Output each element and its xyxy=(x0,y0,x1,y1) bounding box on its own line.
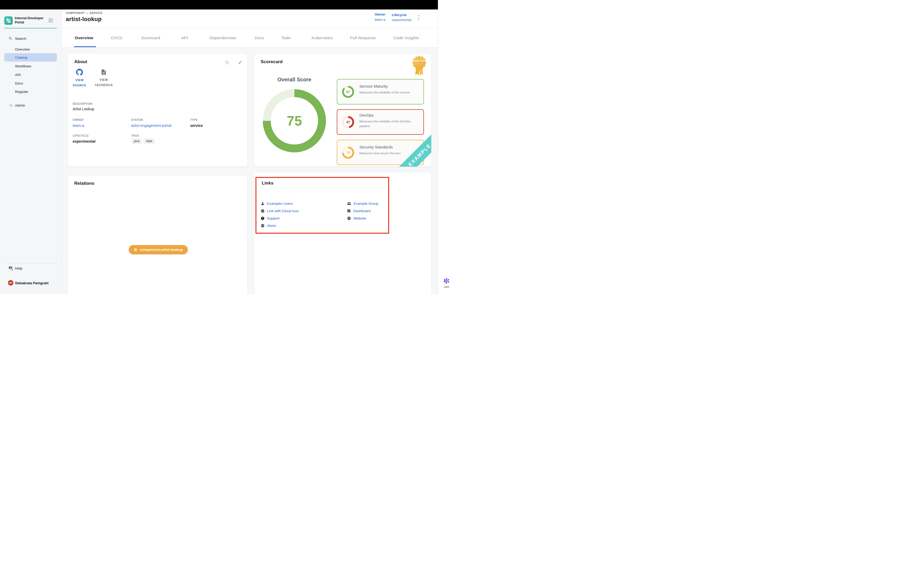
view-techdocs-line2: TECHDOCS xyxy=(92,82,115,88)
sidebar-item-label: Catalog xyxy=(15,55,27,60)
tag-data[interactable]: data xyxy=(144,138,155,144)
type-field-label: TYPE xyxy=(190,118,198,121)
sidebar-item-label: Overview xyxy=(15,47,30,51)
owner-value: team-a xyxy=(375,18,385,22)
sidebar-item-search[interactable]: Search xyxy=(0,35,62,42)
lifecycle-field-value: experimental xyxy=(73,139,95,144)
assistant-rail: AIDA xyxy=(438,0,455,294)
user-avatar[interactable]: DP xyxy=(8,280,13,286)
chip-icon xyxy=(134,248,137,252)
metric-service-maturity[interactable]: 87 Service Maturity Measures the reliabi… xyxy=(337,79,424,105)
about-title: About xyxy=(74,59,87,65)
metric-description: Measures the reliability of the DevOps p… xyxy=(359,119,417,129)
help-chat-icon: ? xyxy=(8,266,13,271)
tab-cicd[interactable]: CI/CD xyxy=(111,28,122,47)
sidebar-item-docs[interactable]: Docs xyxy=(0,80,62,86)
lifecycle-label: Lifecycle xyxy=(392,13,411,17)
help-label: Help xyxy=(15,267,23,270)
user-name[interactable]: Debabrata Panigrahi xyxy=(15,281,48,285)
tab-pull-requests[interactable]: Pull Requests xyxy=(350,28,376,47)
top-window-bar xyxy=(0,0,438,10)
header-owner-chip[interactable]: Owner team-a xyxy=(375,12,385,22)
edit-pencil-icon[interactable] xyxy=(238,60,242,65)
page-title: artist-lookup xyxy=(66,16,102,23)
view-source-button[interactable]: VIEW SOURCE xyxy=(68,69,91,88)
relations-card: Relations component:artist-lookup xyxy=(68,176,247,294)
techdocs-icon xyxy=(100,69,107,75)
tag-java[interactable]: java xyxy=(131,138,142,144)
portal-title: Internal Developer Portal xyxy=(15,16,45,24)
kebab-menu-icon[interactable] xyxy=(417,15,420,22)
type-field-value: service xyxy=(190,123,203,128)
aida-label: AIDA xyxy=(438,286,455,288)
aida-assistant-button[interactable]: AIDA xyxy=(438,277,455,288)
relation-node-label: component:artist-lookup xyxy=(140,248,183,252)
tab-overview[interactable]: Overview xyxy=(75,28,94,47)
relations-title: Relations xyxy=(74,181,95,186)
metric-description: Measures the reliability of this service xyxy=(359,90,417,95)
search-label: Search xyxy=(15,37,26,40)
gold-tier-badge: Gold Tier xyxy=(412,56,426,77)
tab-scorecard[interactable]: Scorecard xyxy=(141,28,160,47)
active-tab-underline xyxy=(74,46,96,47)
entity-kind-overline: COMPONENT — SERVICE xyxy=(66,11,102,15)
lifecycle-value: experimental xyxy=(392,18,411,22)
search-icon xyxy=(8,36,13,40)
metric-name: Security Standards xyxy=(359,145,393,149)
sidebar-item-register[interactable]: Register xyxy=(0,89,62,95)
tab-api[interactable]: API xyxy=(181,28,188,47)
view-techdocs-button[interactable]: VIEW TECHDOCS xyxy=(92,69,115,88)
aida-flower-icon xyxy=(443,277,450,284)
about-card: About VIEW SOURCE VIEW TECHDOCS DESCRIPT… xyxy=(68,54,247,166)
relation-node-component[interactable]: component:artist-lookup xyxy=(129,245,188,254)
lifecycle-field-label: LIFECYCLE xyxy=(73,134,89,137)
scorecard-card: Scorecard Overall Score 75 87 Service Ma… xyxy=(254,54,431,166)
devops-score: 47 xyxy=(342,116,354,128)
gold-tier-label: Gold Tier xyxy=(412,60,426,63)
header-lifecycle-chip[interactable]: Lifecycle experimental xyxy=(392,13,411,22)
sidebar-item-help[interactable]: ? Help xyxy=(0,265,62,271)
admin-label: Admin xyxy=(15,103,25,107)
owner-field-value[interactable]: team-a xyxy=(73,123,84,128)
sidebar-item-overview[interactable]: Overview xyxy=(0,46,62,52)
brand-divider xyxy=(4,28,57,28)
sidebar-item-label: Register xyxy=(15,90,28,94)
overall-score-label: Overall Score xyxy=(278,77,312,82)
apps-grid-icon[interactable] xyxy=(48,18,53,23)
owner-label: Owner xyxy=(375,12,385,16)
security-standards-score: 74 xyxy=(342,147,354,159)
links-highlight-rectangle xyxy=(255,177,389,234)
tab-code-insights[interactable]: Code Insights xyxy=(393,28,419,47)
system-field-value[interactable]: artist-engagement-portal xyxy=(131,123,171,128)
sidebar-item-catalog-selected[interactable]: Catalog xyxy=(4,53,57,61)
service-maturity-score: 87 xyxy=(342,86,354,98)
metric-description: Measures how secure the serv xyxy=(359,151,417,156)
sidebar: Internal Developer Portal Search Overvie… xyxy=(0,10,62,294)
refresh-icon[interactable] xyxy=(225,60,230,65)
metric-name: Service Maturity xyxy=(359,84,388,89)
sidebar-item-label: Docs xyxy=(15,81,23,85)
scorecard-title: Scorecard xyxy=(261,59,283,65)
tab-docs[interactable]: Docs xyxy=(255,28,264,47)
sidebar-item-admin[interactable]: ⚙ Admin xyxy=(0,102,62,108)
tab-todo[interactable]: Todo xyxy=(281,28,291,47)
tab-dependencies[interactable]: Dependencies xyxy=(209,28,236,47)
description-value: Artist Lookup xyxy=(73,107,94,111)
portal-logo-icon[interactable] xyxy=(4,16,13,25)
sidebar-item-api[interactable]: API xyxy=(0,72,62,78)
owner-field-label: OWNER xyxy=(73,118,84,121)
overall-score-value: 75 xyxy=(263,89,326,152)
sidebar-item-label: Workflows xyxy=(15,64,31,68)
svg-text:?: ? xyxy=(10,267,11,268)
favorite-star-icon[interactable]: ☆ xyxy=(87,18,91,24)
view-source-line2: SOURCE xyxy=(68,83,91,88)
metric-name: DevOps xyxy=(359,113,373,117)
view-techdocs-line1: VIEW xyxy=(92,78,115,82)
view-source-line1: VIEW xyxy=(68,78,91,83)
system-field-label: SYSTEM xyxy=(131,118,143,121)
sidebar-divider xyxy=(4,263,57,264)
metric-devops[interactable]: 47 DevOps Measures the reliability of th… xyxy=(337,109,424,135)
tab-kubernetes[interactable]: Kubernetes xyxy=(312,28,333,47)
description-label: DESCRIPTION xyxy=(73,102,92,105)
sidebar-item-workflows[interactable]: Workflows xyxy=(0,63,62,69)
